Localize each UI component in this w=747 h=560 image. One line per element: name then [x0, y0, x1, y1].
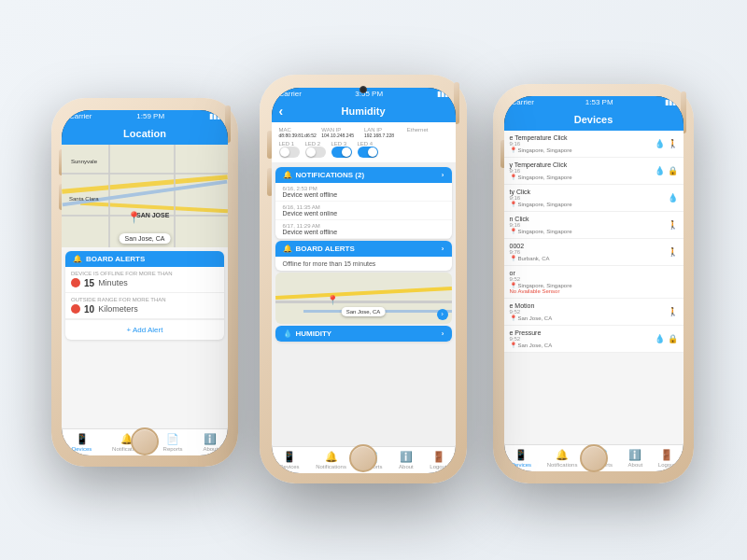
battery-left: ▮▮▮	[209, 112, 220, 120]
led2-thumb	[306, 147, 316, 157]
led3-toggle[interactable]	[331, 147, 352, 158]
location-text-5: Burbank, CA	[518, 256, 550, 261]
nav-devices-label-right: Devices	[512, 462, 531, 468]
device-name-8: e Pressure	[510, 329, 655, 336]
pin-icon-3: 📍	[510, 201, 516, 207]
device-icons-8: 💧 🔒	[655, 334, 678, 343]
drop-icon-1: 💧	[655, 139, 665, 148]
nav-logout-center[interactable]: 🚪 Logout	[430, 451, 446, 469]
location-text-2: Singapore, Singapore	[518, 175, 572, 180]
home-button-center[interactable]	[349, 444, 377, 472]
bell-icon-left: 🔔	[73, 255, 82, 263]
logout-icon-right: 🚪	[660, 449, 673, 461]
nav-reports-label-left: Reports	[163, 446, 183, 452]
device-info-7: e Motion 9:52 📍 San Jose, CA	[510, 302, 668, 321]
alert-unit-1: Minutes	[98, 278, 128, 287]
location-text-7: San Jose, CA	[518, 315, 553, 321]
devices-icon-center: 📱	[283, 451, 296, 463]
location-text-3: Singapore, Singapore	[518, 202, 572, 207]
lock-icon-8: 🔒	[668, 334, 678, 343]
nav-about-right[interactable]: ℹ️ About	[628, 449, 643, 468]
board-alert-text: Offline for more than 15 minutes	[275, 257, 452, 271]
board-alerts-chevron: ›	[442, 245, 444, 253]
notif-text-1: Device went offline	[283, 191, 444, 198]
location-text-4: Singapore, Singapore	[518, 229, 572, 234]
device-name-4: n Click	[510, 216, 668, 222]
back-btn-center[interactable]: ‹	[279, 104, 284, 119]
nav-about-center[interactable]: ℹ️ About	[399, 451, 414, 469]
phone-right-screen: Carrier 1:53 PM ▮▮▮ Devices e Temperatur…	[504, 96, 684, 471]
device-location-5: 📍 Burbank, CA	[510, 255, 668, 261]
led1-toggle[interactable]	[279, 147, 300, 158]
nav-logout-right[interactable]: 🚪 Logout	[658, 449, 675, 468]
add-alert-btn[interactable]: + Add Alert	[65, 319, 224, 340]
led4-toggle[interactable]	[358, 147, 378, 158]
map-arrow-center[interactable]: ›	[437, 309, 448, 320]
alert-num-1: 15	[84, 278, 94, 288]
led4-thumb	[368, 147, 377, 157]
map-label-santaclara: Santa Clara	[69, 196, 99, 202]
device-info-1: e Temperature Click 9:16 📍 Singapore, Si…	[510, 134, 655, 153]
carrier-left: Carrier	[69, 112, 92, 120]
device-info-8: e Pressure 9:52 📍 San Jose, CA	[510, 329, 655, 348]
led2-toggle[interactable]	[305, 147, 326, 158]
carrier-center: Carrier	[279, 90, 302, 98]
nav-devices-left[interactable]: 📱 Devices	[72, 433, 92, 452]
home-button-right[interactable]	[580, 444, 608, 472]
map-label-sunnyvale: Sunnyvale	[71, 159, 97, 164]
alert-label-1: DEVICE IS OFFLINE FOR MORE THAN	[71, 271, 218, 276]
notif-text-2: Device went online	[283, 210, 444, 217]
device-location-1: 📍 Singapore, Singapore	[510, 147, 655, 153]
device-item-5[interactable]: 0002 9:76 📍 Burbank, CA 🚶	[504, 239, 684, 266]
device-item-2[interactable]: y Temperature Click 9:16 📍 Singapore, Si…	[504, 158, 684, 185]
notif-text-3: Device went offline	[283, 229, 444, 235]
map-badge-text-center: San Jose, CA	[346, 309, 381, 315]
map-left: Sunnyvale Santa Clara SAN JOSE 📍 San Jos…	[62, 145, 228, 247]
humidity-header[interactable]: 💧 HUMIDITY ›	[275, 326, 452, 342]
device-location-2: 📍 Singapore, Singapore	[510, 174, 655, 180]
device-item-3[interactable]: ty Click 9:16 📍 Singapore, Singapore 💧	[504, 185, 684, 212]
humidity-title: HUMIDITY	[296, 329, 332, 338]
center-content: 🔔 NOTIFICATIONS (2) › 6/16, 2:53 PM Devi…	[272, 163, 456, 446]
device-location-4: 📍 Singapore, Singapore	[510, 228, 668, 234]
phone-right: Carrier 1:53 PM ▮▮▮ Devices e Temperatur…	[493, 84, 694, 483]
board-alerts-header-center[interactable]: 🔔 BOARD ALERTS ›	[275, 241, 452, 257]
nav-notifications-center[interactable]: 🔔 Notifications	[316, 451, 346, 469]
carrier-right: Carrier	[512, 98, 534, 106]
alerts-header-left: 🔔 BOARD ALERTS	[65, 251, 224, 267]
drop-icon-2: 💧	[655, 166, 665, 175]
alert-unit-2: Kilometers	[98, 304, 138, 314]
notifications-header[interactable]: 🔔 NOTIFICATIONS (2) ›	[275, 167, 452, 183]
device-info-6: or 9:52 📍 Singapore, Singapore No Availa…	[510, 270, 678, 294]
nav-about-left[interactable]: ℹ️ About	[203, 433, 218, 452]
phone-left-screen: Carrier 1:59 PM ▮▮▮ Location Sunnyvale	[62, 110, 228, 455]
pin-icon-6: 📍	[510, 282, 516, 288]
map-badge-left: San Jose, CA	[120, 233, 171, 244]
pin-icon-1: 📍	[510, 147, 516, 153]
pin-icon-2: 📍	[510, 174, 516, 180]
device-item-1[interactable]: e Temperature Click 9:16 📍 Singapore, Si…	[504, 131, 684, 158]
led3-group: LED 3	[331, 141, 352, 158]
device-info-4: n Click 9:16 📍 Singapore, Singapore	[510, 216, 668, 234]
led-row: LED 1 LED 2 LED 3	[279, 141, 448, 158]
nav-reports-left[interactable]: 📄 Reports	[163, 433, 183, 452]
alerts-title-left: BOARD ALERTS	[86, 255, 145, 263]
status-bar-right: Carrier 1:53 PM ▮▮▮	[504, 96, 684, 108]
nav-devices-center[interactable]: 📱 Devices	[279, 451, 299, 469]
alert-item-2: OUTSIDE RANGE FOR MORE THAN 10 Kilometer…	[65, 293, 224, 319]
home-button-left[interactable]	[131, 427, 159, 455]
mac-value: d8:80:39:81:d6:52	[279, 133, 320, 138]
device-item-8[interactable]: e Pressure 9:52 📍 San Jose, CA 💧 🔒	[504, 326, 684, 353]
about-icon-center: ℹ️	[400, 451, 413, 463]
device-item-7[interactable]: e Motion 9:52 📍 San Jose, CA 🚶	[504, 299, 684, 326]
battery-right: ▮▮▮	[665, 98, 676, 106]
device-item-6[interactable]: or 9:52 📍 Singapore, Singapore No Availa…	[504, 266, 684, 299]
notif-icon: 🔔	[283, 171, 292, 179]
device-item-4[interactable]: n Click 9:16 📍 Singapore, Singapore 🚶	[504, 212, 684, 239]
device-location-6: 📍 Singapore, Singapore	[510, 282, 678, 288]
led1-thumb	[280, 147, 289, 157]
nav-notifications-right[interactable]: 🔔 Notifications	[547, 449, 578, 468]
nav-devices-right[interactable]: 📱 Devices	[512, 449, 531, 468]
map-center[interactable]: San Jose, CA 📍 ›	[275, 273, 452, 324]
phone-center-screen: Carrier 3:55 PM ▮▮▮ ‹ Humidity MAC d8:80…	[272, 88, 456, 473]
